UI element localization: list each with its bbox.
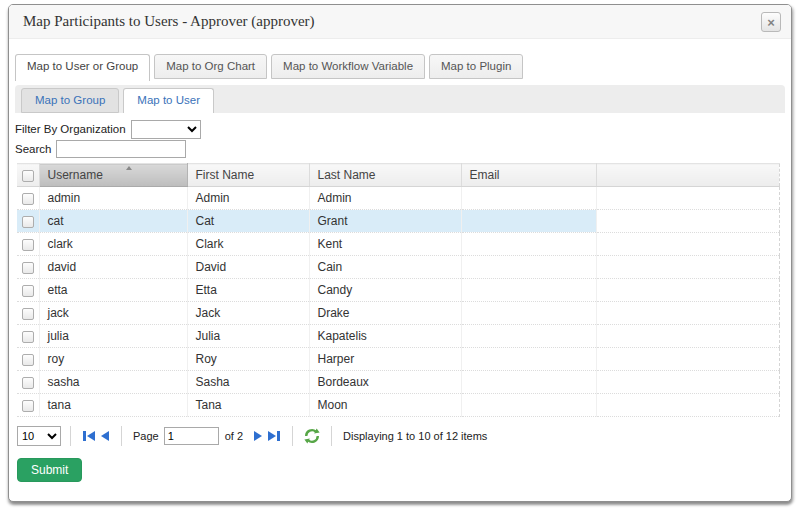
- cell-email: [461, 233, 596, 256]
- row-filler-cell: [596, 279, 779, 302]
- row-checkbox[interactable]: [22, 239, 34, 251]
- page-count-label: of 2: [225, 430, 243, 442]
- page-number-input[interactable]: [164, 427, 219, 445]
- table-row[interactable]: sashaSashaBordeaux: [17, 371, 779, 394]
- cell-last-name: Harper: [309, 348, 461, 371]
- first-page-button[interactable]: [80, 429, 98, 443]
- row-checkbox-cell: [17, 302, 39, 325]
- cell-username: etta: [39, 279, 187, 302]
- row-checkbox[interactable]: [22, 308, 34, 320]
- cell-first-name: Cat: [187, 210, 309, 233]
- row-checkbox-cell: [17, 371, 39, 394]
- column-header-username-label: Username: [48, 168, 103, 182]
- filter-block: Filter By Organization Search: [15, 119, 785, 159]
- row-checkbox[interactable]: [22, 331, 34, 343]
- main-tabs: Map to User or Group Map to Org Chart Ma…: [15, 54, 785, 81]
- page-label: Page: [133, 430, 159, 442]
- row-checkbox[interactable]: [22, 400, 34, 412]
- cell-first-name: Etta: [187, 279, 309, 302]
- cell-username: jack: [39, 302, 187, 325]
- cell-first-name: Admin: [187, 187, 309, 210]
- close-icon: ×: [767, 15, 775, 30]
- row-filler-cell: [596, 233, 779, 256]
- tab-map-to-workflow-variable[interactable]: Map to Workflow Variable: [271, 54, 425, 79]
- row-checkbox-cell: [17, 187, 39, 210]
- sub-tabs: Map to Group Map to User: [15, 85, 785, 113]
- search-input[interactable]: [56, 140, 186, 158]
- map-participants-dialog: Map Participants to Users - Approver (ap…: [8, 4, 792, 502]
- table-row[interactable]: juliaJuliaKapatelis: [17, 325, 779, 348]
- row-filler-cell: [596, 348, 779, 371]
- last-page-button[interactable]: [265, 429, 283, 443]
- separator: [70, 426, 71, 446]
- cell-email: [461, 348, 596, 371]
- close-button[interactable]: ×: [761, 12, 781, 32]
- table-row[interactable]: clarkClarkKent: [17, 233, 779, 256]
- row-filler-cell: [596, 302, 779, 325]
- cell-username: julia: [39, 325, 187, 348]
- column-header-email[interactable]: Email: [461, 164, 596, 187]
- organization-select[interactable]: [131, 120, 201, 139]
- cell-first-name: Roy: [187, 348, 309, 371]
- cell-email: [461, 394, 596, 417]
- page-size-select[interactable]: 10: [17, 426, 61, 446]
- table-row[interactable]: adminAdminAdmin: [17, 187, 779, 210]
- cell-last-name: Moon: [309, 394, 461, 417]
- cell-first-name: Tana: [187, 394, 309, 417]
- header-checkbox-cell: [17, 164, 39, 187]
- tab-map-to-org-chart[interactable]: Map to Org Chart: [154, 54, 267, 79]
- row-checkbox-cell: [17, 394, 39, 417]
- dialog-title: Map Participants to Users - Approver (ap…: [23, 13, 315, 30]
- column-header-last-name[interactable]: Last Name: [309, 164, 461, 187]
- cell-last-name: Cain: [309, 256, 461, 279]
- users-grid: Username First Name Last Name Email admi…: [17, 163, 780, 417]
- column-header-first-name[interactable]: First Name: [187, 164, 309, 187]
- row-checkbox[interactable]: [22, 216, 34, 228]
- row-checkbox-cell: [17, 279, 39, 302]
- table-row[interactable]: davidDavidCain: [17, 256, 779, 279]
- row-checkbox[interactable]: [22, 354, 34, 366]
- refresh-button[interactable]: [302, 426, 322, 446]
- row-checkbox[interactable]: [22, 193, 34, 205]
- table-row[interactable]: catCatGrant: [17, 210, 779, 233]
- table-row[interactable]: jackJackDrake: [17, 302, 779, 325]
- cell-last-name: Admin: [309, 187, 461, 210]
- row-checkbox-cell: [17, 256, 39, 279]
- table-row[interactable]: ettaEttaCandy: [17, 279, 779, 302]
- cell-last-name: Drake: [309, 302, 461, 325]
- row-filler-cell: [596, 187, 779, 210]
- cell-first-name: Julia: [187, 325, 309, 348]
- last-page-icon: [277, 431, 280, 441]
- subtab-map-to-user[interactable]: Map to User: [123, 88, 214, 113]
- dialog-titlebar: Map Participants to Users - Approver (ap…: [9, 5, 791, 39]
- row-checkbox[interactable]: [22, 262, 34, 274]
- cell-email: [461, 325, 596, 348]
- first-page-icon: [87, 431, 95, 441]
- user-table-body: adminAdminAdmincatCatGrantclarkClarkKent…: [17, 187, 779, 417]
- submit-button[interactable]: Submit: [17, 458, 82, 482]
- pagination-bar: 10 Page of 2 Displaying 1 to 10 of 1: [17, 422, 785, 450]
- cell-last-name: Bordeaux: [309, 371, 461, 394]
- row-checkbox[interactable]: [22, 377, 34, 389]
- row-checkbox[interactable]: [22, 285, 34, 297]
- cell-first-name: David: [187, 256, 309, 279]
- cell-last-name: Kapatelis: [309, 325, 461, 348]
- prev-page-button[interactable]: [98, 429, 112, 443]
- table-row[interactable]: tanaTanaMoon: [17, 394, 779, 417]
- last-page-icon: [268, 431, 276, 441]
- cell-username: tana: [39, 394, 187, 417]
- separator: [331, 426, 332, 446]
- table-row[interactable]: royRoyHarper: [17, 348, 779, 371]
- row-filler-cell: [596, 371, 779, 394]
- cell-email: [461, 187, 596, 210]
- tab-map-to-plugin[interactable]: Map to Plugin: [429, 54, 523, 79]
- separator: [121, 426, 122, 446]
- select-all-checkbox[interactable]: [22, 170, 34, 182]
- column-header-username[interactable]: Username: [39, 164, 187, 187]
- next-page-icon: [254, 431, 262, 441]
- next-page-button[interactable]: [251, 429, 265, 443]
- cell-username: david: [39, 256, 187, 279]
- separator: [292, 426, 293, 446]
- tab-map-to-user-or-group[interactable]: Map to User or Group: [15, 54, 150, 81]
- subtab-map-to-group[interactable]: Map to Group: [21, 88, 119, 113]
